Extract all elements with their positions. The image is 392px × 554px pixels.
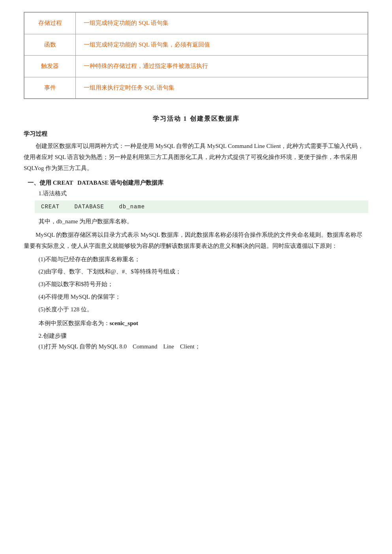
learning-process-title: 学习过程 bbox=[24, 130, 368, 138]
table-cell-value: 一组用来执行定时任务 SQL 语句集 bbox=[76, 77, 368, 99]
rule-5: (5)长度小于 128 位。 bbox=[24, 304, 368, 315]
concept-table: 存储过程 一组完成特定功能的 SQL 语句集 函数 一组完成特定功能的 SQL … bbox=[24, 12, 368, 99]
table-cell-key: 触发器 bbox=[24, 56, 76, 77]
rule-2: (2)由字母、数字、下划线和@、#、$等特殊符号组成； bbox=[24, 266, 368, 277]
rule-4: (4)不得使用 MySQL 的保留字； bbox=[24, 292, 368, 303]
scenic-spot-note: 本例中景区数据库命名为：scenic_spot bbox=[24, 318, 368, 329]
table-cell-key: 函数 bbox=[24, 34, 76, 56]
table-row: 函数 一组完成特定功能的 SQL 语句集，必须有返回值 bbox=[24, 34, 368, 56]
activity-title: 学习活动 1 创建景区数据库 bbox=[24, 115, 368, 123]
learning-para1: 创建景区数据库可以用两种方式：一种是使用 MySQL 自带的工具 MySQL C… bbox=[24, 141, 368, 174]
scenic-spot-name: scenic_spot bbox=[110, 320, 139, 326]
table-row: 触发器 一种特殊的存储过程，通过指定事件被激活执行 bbox=[24, 56, 368, 77]
code-syntax: CREAT DATABASE db_name bbox=[35, 200, 368, 213]
table-cell-value: 一种特殊的存储过程，通过指定事件被激活执行 bbox=[76, 56, 368, 77]
table-row: 存储过程 一组完成特定功能的 SQL 语句集 bbox=[24, 13, 368, 34]
dbname-note: 其中，db_name 为用户数据库名称。 bbox=[24, 216, 368, 227]
rule-3: (3)不能以数字和$符号开始； bbox=[24, 279, 368, 290]
table-row: 事件 一组用来执行定时任务 SQL 语句集 bbox=[24, 77, 368, 99]
syntax-label: 1.语法格式 bbox=[24, 190, 368, 197]
table-cell-key: 存储过程 bbox=[24, 13, 76, 34]
mysql-dir-para: MySQL 的数据存储区将以目录方式表示 MySQL 数据库，因此数据库名称必须… bbox=[24, 230, 368, 252]
create-steps-label: 2.创建步骤 bbox=[24, 332, 368, 340]
create-db-heading: 一、使用 CREAT DATABASE 语句创建用户数据库 bbox=[24, 179, 368, 187]
table-cell-key: 事件 bbox=[24, 77, 76, 99]
rule-1: (1)不能与已经存在的数据库名称重名； bbox=[24, 254, 368, 265]
table-cell-value: 一组完成特定功能的 SQL 语句集 bbox=[76, 13, 368, 34]
step-1-text: (1)打开 MySQL 自带的 MySQL 8.0 Command Line C… bbox=[24, 341, 368, 352]
table-cell-value: 一组完成特定功能的 SQL 语句集，必须有返回值 bbox=[76, 34, 368, 56]
